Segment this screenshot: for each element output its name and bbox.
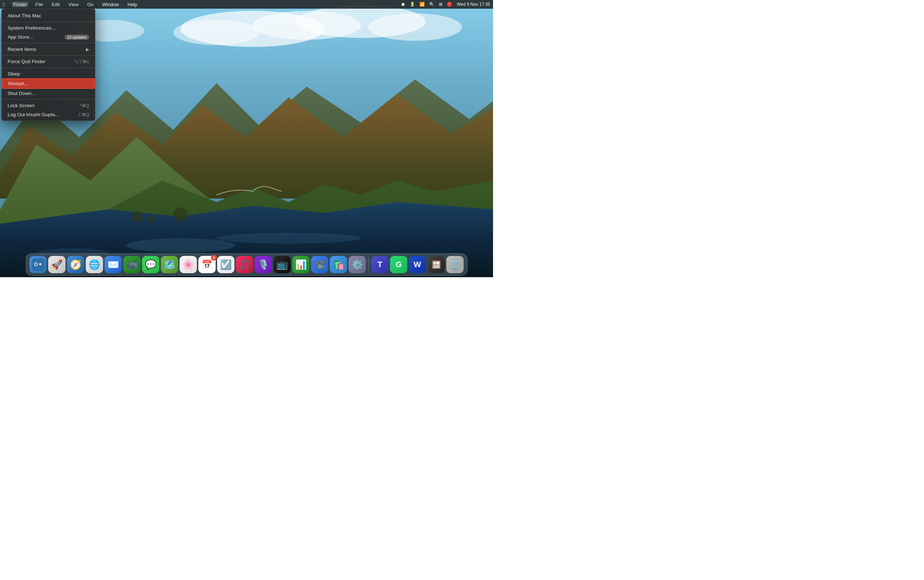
- menu-item-restart[interactable]: Restart...: [2, 78, 95, 89]
- menu-item-app-store[interactable]: App Store... 10 updates: [2, 33, 95, 41]
- menu-item-about[interactable]: About This Mac: [2, 11, 95, 20]
- calendar-badge: 9: [211, 255, 217, 260]
- menu-item-system-prefs[interactable]: System Preferences...: [2, 23, 95, 33]
- wifi-icon[interactable]: 📶: [419, 2, 425, 7]
- dock-icon-music[interactable]: 🎵: [236, 256, 254, 273]
- menu-item-shutdown-label: Shut Down...: [8, 91, 35, 96]
- dock-icon-reminders[interactable]: ☑️: [217, 256, 235, 273]
- grammarly-label: G: [395, 260, 402, 269]
- menu-separator-4: [2, 68, 95, 68]
- menu-item-logout[interactable]: Log Out khushi Gupta... ⇧⌘Q: [2, 110, 95, 119]
- dock-icon-messages[interactable]: 💬: [142, 256, 160, 273]
- appletv-emoji: 📺: [277, 259, 288, 270]
- menubar-left:  Finder File Edit View Go Window Help: [3, 2, 138, 8]
- launchpad-emoji: 🚀: [51, 259, 63, 270]
- dock-divider: [369, 257, 369, 272]
- dock-icon-appletv[interactable]: 📺: [273, 256, 291, 273]
- appstore-emoji: 🛍️: [333, 259, 344, 270]
- windowmanager-emoji: 🪟: [432, 260, 441, 269]
- control-center-icon[interactable]: ⊞: [439, 2, 443, 7]
- maps-emoji: 🗺️: [164, 259, 175, 270]
- dock-icon-keynote[interactable]: 📽️: [311, 256, 328, 273]
- menubar:  Finder File Edit View Go Window Help ⏺…: [0, 0, 493, 9]
- menu-item-recent-items-label: Recent Items: [8, 46, 36, 52]
- dock-icon-launchpad[interactable]: 🚀: [48, 256, 66, 273]
- svg-point-16: [148, 216, 155, 223]
- keynote-emoji: 📽️: [314, 259, 326, 270]
- messages-emoji: 💬: [145, 259, 156, 270]
- menubar-file[interactable]: File: [34, 2, 44, 7]
- menu-separator-5: [2, 99, 95, 100]
- menu-item-sleep[interactable]: Sleep: [2, 69, 95, 78]
- menu-separator-1: [2, 21, 95, 22]
- logout-shortcut: ⇧⌘Q: [78, 112, 89, 117]
- word-label: W: [413, 260, 421, 269]
- reminders-emoji: ☑️: [220, 259, 232, 270]
- apple-menu-trigger[interactable]: : [3, 2, 5, 8]
- dock-icon-teams[interactable]: T: [371, 256, 389, 273]
- apple-menu-dropdown: About This Mac System Preferences... App…: [2, 9, 95, 121]
- dock-icon-systemprefs[interactable]: ⚙️: [349, 256, 366, 273]
- dock-icon-mail[interactable]: ✉️: [105, 256, 122, 273]
- dock: 🚀 🧭 🌐 ✉️ 📹 💬 🗺️ 🌸: [26, 254, 468, 276]
- menu-item-about-label: About This Mac: [8, 13, 41, 18]
- safari-emoji: 🧭: [70, 259, 82, 270]
- menubar-finder[interactable]: Finder: [12, 2, 28, 7]
- dock-icon-calendar[interactable]: 📅 9: [199, 256, 216, 273]
- dock-icon-chrome[interactable]: 🌐: [86, 256, 103, 273]
- menu-item-logout-label: Log Out khushi Gupta...: [8, 112, 59, 117]
- svg-point-23: [40, 263, 41, 265]
- app-store-badge: 10 updates: [64, 35, 89, 40]
- menubar-right: ⏺ 🔋 📶 🔍 ⊞ 🔴 Wed 9 Nov 17:35: [401, 2, 490, 7]
- svg-point-12: [126, 238, 235, 253]
- menubar-go[interactable]: Go: [86, 2, 95, 7]
- menu-item-sleep-label: Sleep: [8, 71, 20, 76]
- battery-icon[interactable]: 🔋: [410, 2, 415, 7]
- search-icon[interactable]: 🔍: [429, 2, 435, 7]
- menu-separator-2: [2, 43, 95, 43]
- menu-item-lock-screen-label: Lock Screen: [8, 103, 35, 108]
- menu-separator-3: [2, 55, 95, 56]
- recent-items-arrow-icon: ▶: [86, 47, 89, 52]
- dock-icon-podcasts[interactable]: 🎙️: [255, 256, 272, 273]
- dock-icon-word[interactable]: W: [409, 256, 426, 273]
- menubar-edit[interactable]: Edit: [50, 2, 61, 7]
- screen-record-icon[interactable]: ⏺: [401, 2, 405, 7]
- dock-icon-photos[interactable]: 🌸: [180, 256, 197, 273]
- menu-item-lock-screen[interactable]: Lock Screen ^⌘Q: [2, 101, 95, 110]
- dock-icon-windowmanager[interactable]: 🪟: [428, 256, 445, 273]
- svg-point-15: [132, 211, 143, 222]
- menu-item-system-prefs-label: System Preferences...: [8, 25, 56, 31]
- desktop:  Finder File Edit View Go Window Help ⏺…: [0, 0, 493, 277]
- dock-icon-facetime[interactable]: 📹: [124, 256, 141, 273]
- systemprefs-emoji: ⚙️: [352, 259, 363, 270]
- menu-item-recent-items[interactable]: Recent Items ▶: [2, 45, 95, 54]
- menu-item-shutdown[interactable]: Shut Down...: [2, 89, 95, 98]
- menu-item-force-quit[interactable]: Force Quit Finder ⌥⇧⌘⎋: [2, 57, 95, 66]
- chrome-emoji: 🌐: [89, 259, 100, 270]
- menubar-help[interactable]: Help: [126, 2, 138, 7]
- dock-icon-finder[interactable]: [30, 256, 47, 273]
- dock-icon-maps[interactable]: 🗺️: [161, 256, 178, 273]
- siri-icon[interactable]: 🔴: [447, 2, 452, 7]
- dock-icon-numbers[interactable]: 📊: [292, 256, 310, 273]
- clock: Wed 9 Nov 17:35: [456, 2, 490, 7]
- podcasts-emoji: 🎙️: [258, 259, 269, 270]
- dock-icon-grammarly[interactable]: G: [390, 256, 407, 273]
- mail-emoji: ✉️: [107, 259, 119, 270]
- finder-face-icon: [32, 259, 44, 271]
- photos-emoji: 🌸: [183, 259, 194, 270]
- numbers-emoji: 📊: [295, 259, 307, 270]
- dock-icon-safari[interactable]: 🧭: [67, 256, 84, 273]
- dock-icon-trash[interactable]: 🗑️: [446, 256, 464, 273]
- svg-point-5: [368, 13, 462, 41]
- menubar-window[interactable]: Window: [101, 2, 120, 7]
- calendar-emoji: 📅: [202, 260, 212, 269]
- music-emoji: 🎵: [239, 259, 250, 270]
- menubar-view[interactable]: View: [67, 2, 80, 7]
- dock-icon-appstore[interactable]: 🛍️: [330, 256, 347, 273]
- menu-item-restart-label: Restart...: [8, 81, 28, 86]
- svg-point-22: [35, 263, 37, 265]
- svg-point-17: [173, 208, 188, 222]
- svg-point-3: [173, 20, 260, 45]
